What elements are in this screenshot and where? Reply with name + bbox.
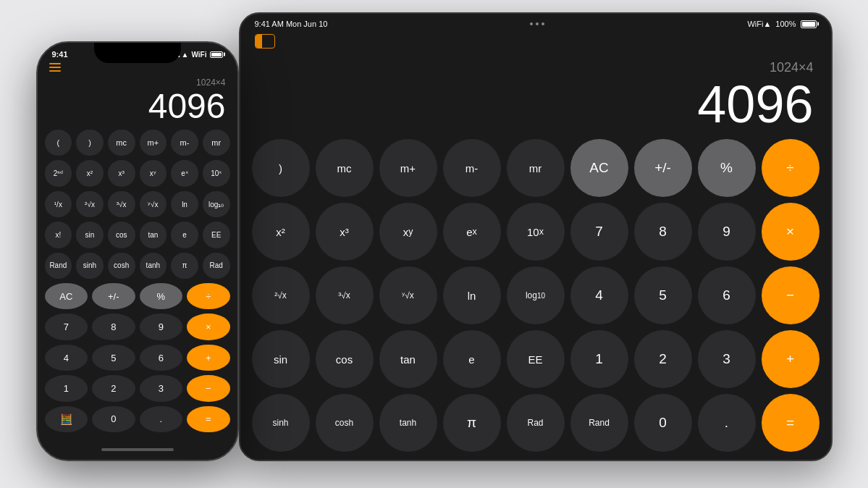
ipad-btn-plusminus[interactable]: +/- bbox=[634, 139, 692, 197]
iphone-btn-plusminus[interactable]: +/- bbox=[92, 283, 135, 309]
iphone-btn-plus[interactable]: + bbox=[187, 345, 230, 371]
iphone-btn-2[interactable]: 2 bbox=[92, 375, 135, 401]
ipad-btn-6[interactable]: 6 bbox=[698, 266, 756, 324]
ipad-btn-8[interactable]: 8 bbox=[634, 203, 692, 261]
iphone-btn-1x[interactable]: ¹/x bbox=[45, 191, 72, 217]
ipad-btn-1[interactable]: 1 bbox=[570, 330, 628, 388]
ipad-btn-cos[interactable]: cos bbox=[316, 330, 374, 388]
ipad-btn-sqrt3[interactable]: ³√x bbox=[316, 266, 374, 324]
iphone-btn-paren-close[interactable]: ) bbox=[76, 130, 104, 156]
iphone-btn-3[interactable]: 3 bbox=[140, 375, 183, 401]
iphone-btn-0[interactable]: 0 bbox=[92, 406, 135, 432]
iphone-btn-sqrty[interactable]: ʸ√x bbox=[140, 191, 167, 217]
ipad-btn-mc[interactable]: mc bbox=[316, 139, 374, 197]
iphone-btn-calc-icon[interactable]: 🧮 bbox=[45, 406, 88, 432]
iphone-btn-4[interactable]: 4 bbox=[45, 345, 88, 371]
ipad-btn-equals[interactable]: = bbox=[762, 394, 819, 452]
ipad-btn-multiply[interactable]: × bbox=[762, 203, 819, 261]
iphone-btn-sin[interactable]: sin bbox=[76, 222, 104, 248]
ipad-btn-ln[interactable]: ln bbox=[443, 266, 501, 324]
iphone-btn-5[interactable]: 5 bbox=[92, 345, 135, 371]
iphone-btn-minus[interactable]: − bbox=[187, 375, 230, 401]
ipad-btn-divide[interactable]: ÷ bbox=[762, 139, 819, 197]
iphone-btn-tan[interactable]: tan bbox=[140, 222, 167, 248]
iphone-btn-divide[interactable]: ÷ bbox=[187, 283, 230, 309]
ipad-btn-10x[interactable]: 10x bbox=[507, 203, 565, 261]
iphone-btn-10x[interactable]: 10ˣ bbox=[203, 160, 230, 186]
iphone-btn-dot[interactable]: . bbox=[140, 406, 183, 432]
iphone-btn-sqrt3[interactable]: ³√x bbox=[108, 191, 135, 217]
ipad-btn-ex[interactable]: ex bbox=[443, 203, 501, 261]
iphone-btn-sinh[interactable]: sinh bbox=[76, 253, 104, 279]
iphone-btn-2nd[interactable]: 2ⁿᵈ bbox=[45, 160, 72, 186]
ipad-btn-mr[interactable]: mr bbox=[507, 139, 565, 197]
iphone-btn-9[interactable]: 9 bbox=[140, 314, 183, 340]
ipad-btn-2[interactable]: 2 bbox=[634, 330, 692, 388]
ipad-btn-4[interactable]: 4 bbox=[570, 266, 628, 324]
iphone-btn-paren-open[interactable]: ( bbox=[45, 130, 72, 156]
iphone-btn-x3[interactable]: x³ bbox=[108, 160, 135, 186]
iphone-btn-xfact[interactable]: x! bbox=[45, 222, 72, 248]
ipad-btn-mplus[interactable]: m+ bbox=[379, 139, 437, 197]
ipad-btn-minus[interactable]: − bbox=[762, 266, 819, 324]
iphone-btn-percent[interactable]: % bbox=[140, 283, 183, 309]
iphone-btn-7[interactable]: 7 bbox=[45, 314, 88, 340]
iphone-btn-ex[interactable]: eˣ bbox=[171, 160, 198, 186]
iphone-btn-multiply[interactable]: × bbox=[187, 314, 230, 340]
ipad-btn-5[interactable]: 5 bbox=[634, 266, 692, 324]
iphone-btn-ac[interactable]: AC bbox=[45, 283, 88, 309]
ipad-btn-paren-close[interactable]: ) bbox=[252, 139, 310, 197]
iphone-btn-cosh[interactable]: cosh bbox=[108, 253, 135, 279]
ipad-btn-x3[interactable]: x³ bbox=[316, 203, 374, 261]
iphone-btn-equals[interactable]: = bbox=[187, 406, 230, 432]
ipad-btn-pi[interactable]: π bbox=[443, 394, 501, 452]
ipad-btn-sqrt2[interactable]: ²√x bbox=[252, 266, 310, 324]
ipad-btn-7[interactable]: 7 bbox=[570, 203, 628, 261]
ipad-btn-x2[interactable]: x² bbox=[252, 203, 310, 261]
ipad-btn-ac[interactable]: AC bbox=[570, 139, 628, 197]
ipad-btn-rand[interactable]: Rand bbox=[570, 394, 628, 452]
ipad-btn-mminus[interactable]: m- bbox=[443, 139, 501, 197]
iphone-btn-log10[interactable]: log₁₀ bbox=[203, 191, 230, 217]
ipad-btn-sinh[interactable]: sinh bbox=[252, 394, 310, 452]
iphone-btn-xy[interactable]: xʸ bbox=[140, 160, 167, 186]
ipad-btn-xy[interactable]: xy bbox=[379, 203, 437, 261]
iphone-btn-e[interactable]: e bbox=[171, 222, 198, 248]
iphone-btn-ee[interactable]: EE bbox=[203, 222, 230, 248]
iphone-btn-mminus[interactable]: m- bbox=[171, 130, 198, 156]
iphone-btn-sqrt2[interactable]: ²√x bbox=[76, 191, 104, 217]
iphone-btn-rand[interactable]: Rand bbox=[45, 253, 72, 279]
iphone-btn-1[interactable]: 1 bbox=[45, 375, 88, 401]
ipad-btn-sqrty[interactable]: ʸ√x bbox=[379, 266, 437, 324]
ipad-btn-dot[interactable]: . bbox=[698, 394, 756, 452]
ipad-btn-percent[interactable]: % bbox=[698, 139, 756, 197]
iphone-btn-tanh[interactable]: tanh bbox=[140, 253, 167, 279]
ipad-btn-e[interactable]: e bbox=[443, 330, 501, 388]
ipad-btn-0[interactable]: 0 bbox=[634, 394, 692, 452]
iphone-menu-icon[interactable] bbox=[49, 63, 61, 72]
ipad-btn-rad[interactable]: Rad bbox=[507, 394, 565, 452]
ipad-btn-9[interactable]: 9 bbox=[698, 203, 756, 261]
iphone-btn-mplus[interactable]: m+ bbox=[140, 130, 167, 156]
ipad-btn-3[interactable]: 3 bbox=[698, 330, 756, 388]
ipad-device: 9:41 AM Mon Jun 10 WiFi▲ 100% 1024×4 409… bbox=[239, 12, 833, 461]
iphone-btn-mr[interactable]: mr bbox=[203, 130, 230, 156]
ipad-btn-cosh[interactable]: cosh bbox=[316, 394, 374, 452]
iphone-btn-ln[interactable]: ln bbox=[171, 191, 198, 217]
iphone-btn-rad[interactable]: Rad bbox=[203, 253, 230, 279]
sidebar-toggle-icon[interactable] bbox=[255, 34, 275, 49]
iphone-btn-8[interactable]: 8 bbox=[92, 314, 135, 340]
iphone-btn-mc[interactable]: mc bbox=[108, 130, 135, 156]
ipad-btn-plus[interactable]: + bbox=[762, 330, 819, 388]
iphone-btn-pi[interactable]: π bbox=[171, 253, 198, 279]
ipad-btn-tanh[interactable]: tanh bbox=[379, 394, 437, 452]
ipad-btn-ee[interactable]: EE bbox=[507, 330, 565, 388]
iphone-button-grid: ( ) mc m+ m- mr 2ⁿᵈ x² x³ xʸ eˣ 10ˣ ¹/x … bbox=[38, 130, 237, 439]
ipad-time: 9:41 AM Mon Jun 10 bbox=[255, 20, 328, 28]
ipad-btn-log10[interactable]: log10 bbox=[507, 266, 565, 324]
iphone-btn-cos[interactable]: cos bbox=[108, 222, 135, 248]
ipad-btn-sin[interactable]: sin bbox=[252, 330, 310, 388]
iphone-btn-x2[interactable]: x² bbox=[76, 160, 104, 186]
iphone-btn-6[interactable]: 6 bbox=[140, 345, 183, 371]
ipad-btn-tan[interactable]: tan bbox=[379, 330, 437, 388]
